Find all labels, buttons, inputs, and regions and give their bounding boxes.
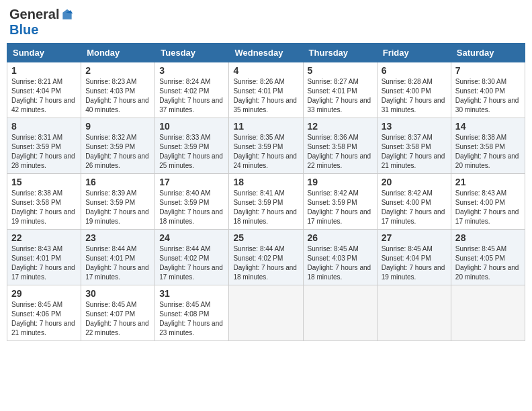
calendar-cell: 11Sunrise: 8:35 AMSunset: 3:59 PMDayligh… [229,118,303,174]
calendar-cell: 14Sunrise: 8:38 AMSunset: 3:58 PMDayligh… [451,118,525,174]
day-number: 4 [233,65,298,76]
week-row-1: 1Sunrise: 8:21 AMSunset: 4:04 PMDaylight… [7,62,525,118]
calendar-cell: 21Sunrise: 8:43 AMSunset: 4:00 PMDayligh… [451,174,525,230]
week-row-4: 22Sunrise: 8:43 AMSunset: 4:01 PMDayligh… [7,230,525,285]
day-number: 18 [233,177,298,187]
day-info: Sunrise: 8:32 AMSunset: 3:59 PMDaylight:… [85,133,150,171]
calendar-cell: 18Sunrise: 8:41 AMSunset: 3:59 PMDayligh… [229,174,303,230]
day-info: Sunrise: 8:21 AMSunset: 4:04 PMDaylight:… [11,77,77,115]
calendar-table: SundayMondayTuesdayWednesdayThursdayFrid… [7,43,525,341]
day-number: 31 [159,288,224,299]
logo-general: General [9,7,59,22]
column-header-wednesday: Wednesday [229,44,303,62]
calendar-cell: 1Sunrise: 8:21 AMSunset: 4:04 PMDaylight… [7,62,81,118]
day-info: Sunrise: 8:39 AMSunset: 3:59 PMDaylight:… [85,189,150,226]
day-info: Sunrise: 8:42 AMSunset: 4:00 PMDaylight:… [382,189,447,226]
day-info: Sunrise: 8:24 AMSunset: 4:02 PMDaylight:… [159,77,224,115]
day-number: 14 [455,121,521,132]
calendar-cell: 30Sunrise: 8:45 AMSunset: 4:07 PMDayligh… [81,285,155,341]
day-info: Sunrise: 8:43 AMSunset: 4:00 PMDaylight:… [455,189,521,226]
day-number: 9 [85,121,150,132]
day-info: Sunrise: 8:36 AMSunset: 3:58 PMDaylight:… [308,133,373,171]
day-number: 27 [382,232,447,243]
day-info: Sunrise: 8:27 AMSunset: 4:01 PMDaylight:… [308,77,373,115]
day-number: 10 [159,121,224,132]
calendar-cell: 26Sunrise: 8:45 AMSunset: 4:03 PMDayligh… [303,230,377,285]
calendar-cell: 3Sunrise: 8:24 AMSunset: 4:02 PMDaylight… [155,62,229,118]
day-number: 17 [159,177,224,187]
day-info: Sunrise: 8:43 AMSunset: 4:01 PMDaylight:… [11,244,77,282]
day-info: Sunrise: 8:38 AMSunset: 3:58 PMDaylight:… [11,189,77,226]
calendar-cell [303,285,377,341]
day-info: Sunrise: 8:45 AMSunset: 4:05 PMDaylight:… [455,244,521,282]
calendar-cell: 10Sunrise: 8:33 AMSunset: 3:59 PMDayligh… [155,118,229,174]
day-info: Sunrise: 8:35 AMSunset: 3:59 PMDaylight:… [233,133,298,171]
day-info: Sunrise: 8:42 AMSunset: 3:59 PMDaylight:… [308,189,373,226]
day-number: 11 [233,121,298,132]
day-number: 1 [11,65,77,76]
day-number: 30 [85,288,150,299]
day-number: 21 [455,177,521,187]
logo: General Blue [9,7,74,38]
calendar-header-row: SundayMondayTuesdayWednesdayThursdayFrid… [7,44,525,62]
calendar-cell: 4Sunrise: 8:26 AMSunset: 4:01 PMDaylight… [229,62,303,118]
calendar-cell [451,285,525,341]
day-number: 7 [455,65,521,76]
calendar-cell: 6Sunrise: 8:28 AMSunset: 4:00 PMDaylight… [377,62,451,118]
page-header: General Blue [7,7,525,38]
calendar-cell: 20Sunrise: 8:42 AMSunset: 4:00 PMDayligh… [377,174,451,230]
day-info: Sunrise: 8:23 AMSunset: 4:03 PMDaylight:… [85,77,150,115]
logo-blue: Blue [9,22,38,37]
calendar-cell: 15Sunrise: 8:38 AMSunset: 3:58 PMDayligh… [7,174,81,230]
day-number: 19 [308,177,373,187]
day-number: 26 [308,232,373,243]
week-row-5: 29Sunrise: 8:45 AMSunset: 4:06 PMDayligh… [7,285,525,341]
day-info: Sunrise: 8:44 AMSunset: 4:01 PMDaylight:… [85,244,150,282]
day-info: Sunrise: 8:44 AMSunset: 4:02 PMDaylight:… [233,244,298,282]
day-info: Sunrise: 8:30 AMSunset: 4:00 PMDaylight:… [455,77,521,115]
calendar-cell: 19Sunrise: 8:42 AMSunset: 3:59 PMDayligh… [303,174,377,230]
week-row-3: 15Sunrise: 8:38 AMSunset: 3:58 PMDayligh… [7,174,525,230]
column-header-saturday: Saturday [451,44,525,62]
calendar-cell: 2Sunrise: 8:23 AMSunset: 4:03 PMDaylight… [81,62,155,118]
calendar-cell: 31Sunrise: 8:45 AMSunset: 4:08 PMDayligh… [155,285,229,341]
logo-icon [60,8,74,21]
day-info: Sunrise: 8:38 AMSunset: 3:58 PMDaylight:… [455,133,521,171]
day-number: 6 [382,65,447,76]
day-number: 12 [308,121,373,132]
day-number: 13 [382,121,447,132]
week-row-2: 8Sunrise: 8:31 AMSunset: 3:59 PMDaylight… [7,118,525,174]
calendar-cell: 27Sunrise: 8:45 AMSunset: 4:04 PMDayligh… [377,230,451,285]
day-info: Sunrise: 8:33 AMSunset: 3:59 PMDaylight:… [159,133,224,171]
calendar-cell: 12Sunrise: 8:36 AMSunset: 3:58 PMDayligh… [303,118,377,174]
column-header-thursday: Thursday [303,44,377,62]
day-info: Sunrise: 8:28 AMSunset: 4:00 PMDaylight:… [382,77,447,115]
calendar-cell: 22Sunrise: 8:43 AMSunset: 4:01 PMDayligh… [7,230,81,285]
day-number: 23 [85,232,150,243]
calendar-cell: 13Sunrise: 8:37 AMSunset: 3:58 PMDayligh… [377,118,451,174]
day-number: 28 [455,232,521,243]
calendar-cell: 25Sunrise: 8:44 AMSunset: 4:02 PMDayligh… [229,230,303,285]
calendar-cell: 16Sunrise: 8:39 AMSunset: 3:59 PMDayligh… [81,174,155,230]
day-info: Sunrise: 8:26 AMSunset: 4:01 PMDaylight:… [233,77,298,115]
day-number: 16 [85,177,150,187]
column-header-monday: Monday [81,44,155,62]
calendar-cell: 23Sunrise: 8:44 AMSunset: 4:01 PMDayligh… [81,230,155,285]
column-header-friday: Friday [377,44,451,62]
day-info: Sunrise: 8:31 AMSunset: 3:59 PMDaylight:… [11,133,77,171]
calendar-cell: 9Sunrise: 8:32 AMSunset: 3:59 PMDaylight… [81,118,155,174]
column-header-tuesday: Tuesday [155,44,229,62]
calendar-cell [377,285,451,341]
day-number: 29 [11,288,77,299]
day-info: Sunrise: 8:45 AMSunset: 4:08 PMDaylight:… [159,300,224,338]
day-info: Sunrise: 8:40 AMSunset: 3:59 PMDaylight:… [159,189,224,226]
calendar-cell: 28Sunrise: 8:45 AMSunset: 4:05 PMDayligh… [451,230,525,285]
day-info: Sunrise: 8:45 AMSunset: 4:06 PMDaylight:… [11,300,77,338]
day-info: Sunrise: 8:45 AMSunset: 4:04 PMDaylight:… [382,244,447,282]
calendar-cell [229,285,303,341]
calendar-cell: 17Sunrise: 8:40 AMSunset: 3:59 PMDayligh… [155,174,229,230]
calendar-cell: 7Sunrise: 8:30 AMSunset: 4:00 PMDaylight… [451,62,525,118]
day-number: 22 [11,232,77,243]
day-info: Sunrise: 8:45 AMSunset: 4:07 PMDaylight:… [85,300,150,338]
day-number: 25 [233,232,298,243]
